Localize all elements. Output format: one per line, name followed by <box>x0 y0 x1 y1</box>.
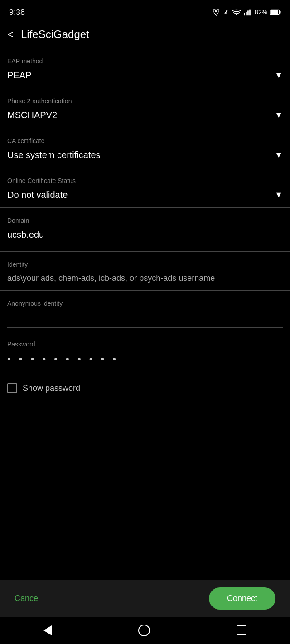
password-underline <box>7 370 283 370</box>
nav-back-icon[interactable] <box>44 625 52 635</box>
svg-point-1 <box>236 14 237 16</box>
phase2-label: Phase 2 authentication <box>7 97 283 105</box>
svg-rect-7 <box>271 10 278 14</box>
password-label: Password <box>7 341 283 348</box>
anonymous-group: Anonymous identity <box>0 291 290 332</box>
domain-input[interactable] <box>7 228 283 244</box>
nav-bar <box>0 617 290 644</box>
eap-method-label: EAP method <box>7 58 283 65</box>
anonymous-input[interactable] <box>7 311 283 328</box>
online-cert-arrow-icon: ▼ <box>275 190 283 200</box>
phase2-arrow-icon: ▼ <box>275 111 283 120</box>
eap-method-arrow-icon: ▼ <box>275 71 283 80</box>
ca-cert-group: CA certificate Use system certificates ▼ <box>0 128 290 168</box>
domain-group: Domain <box>0 208 290 248</box>
connect-button[interactable]: Connect <box>209 587 276 610</box>
form-content: EAP method PEAP ▼ Phase 2 authentication… <box>0 48 290 402</box>
password-group: Password • • • • • • • • • • <box>0 332 290 374</box>
phase2-group: Phase 2 authentication MSCHAPV2 ▼ <box>0 88 290 128</box>
svg-rect-3 <box>246 12 247 15</box>
anonymous-label: Anonymous identity <box>7 300 283 307</box>
cancel-button[interactable]: Cancel <box>14 594 40 603</box>
bluetooth-icon <box>223 8 229 16</box>
nav-recent-icon[interactable] <box>237 625 246 635</box>
svg-rect-8 <box>280 11 281 14</box>
svg-rect-5 <box>249 10 251 16</box>
online-cert-value: Do not validate <box>7 190 68 200</box>
ca-cert-value: Use system certificates <box>7 150 101 160</box>
app-header: < LifeSciGadget <box>0 23 290 48</box>
online-cert-label: Online Certificate Status <box>7 177 283 184</box>
wifi-icon <box>232 9 241 16</box>
back-button[interactable]: < <box>7 28 14 41</box>
app-title: LifeSciGadget <box>21 28 89 41</box>
online-cert-group: Online Certificate Status Do not validat… <box>0 168 290 207</box>
online-cert-dropdown[interactable]: Do not validate ▼ <box>7 188 283 204</box>
show-password-checkbox[interactable] <box>7 383 17 393</box>
phase2-value: MSCHAPV2 <box>7 110 57 120</box>
identity-input-value[interactable]: ads\your ads, chem-ads, icb-ads, or psyc… <box>7 272 283 287</box>
svg-point-0 <box>215 10 217 12</box>
svg-rect-4 <box>247 10 249 15</box>
bottom-buttons: Cancel Connect <box>0 580 290 617</box>
battery-percentage: 82% <box>255 9 267 16</box>
status-time: 9:38 <box>9 8 25 17</box>
alarm-icon <box>212 8 220 16</box>
show-password-label: Show password <box>23 384 80 393</box>
signal-icon <box>244 9 252 16</box>
password-dots: • • • • • • • • • • <box>7 351 283 369</box>
domain-label: Domain <box>7 217 283 224</box>
eap-method-group: EAP method PEAP ▼ <box>0 48 290 88</box>
identity-group: Identity ads\your ads, chem-ads, icb-ads… <box>0 252 290 290</box>
status-bar: 9:38 82% <box>0 0 290 23</box>
nav-home-icon[interactable] <box>138 625 150 636</box>
eap-method-dropdown[interactable]: PEAP ▼ <box>7 68 283 84</box>
ca-cert-arrow-icon: ▼ <box>275 150 283 160</box>
battery-icon <box>270 9 281 15</box>
phase2-dropdown[interactable]: MSCHAPV2 ▼ <box>7 108 283 124</box>
ca-cert-label: CA certificate <box>7 137 283 144</box>
status-icons: 82% <box>212 8 281 16</box>
identity-label: Identity <box>7 261 283 268</box>
eap-method-value: PEAP <box>7 70 31 81</box>
svg-rect-2 <box>244 13 245 15</box>
ca-cert-dropdown[interactable]: Use system certificates ▼ <box>7 148 283 164</box>
show-password-row[interactable]: Show password <box>0 374 290 402</box>
